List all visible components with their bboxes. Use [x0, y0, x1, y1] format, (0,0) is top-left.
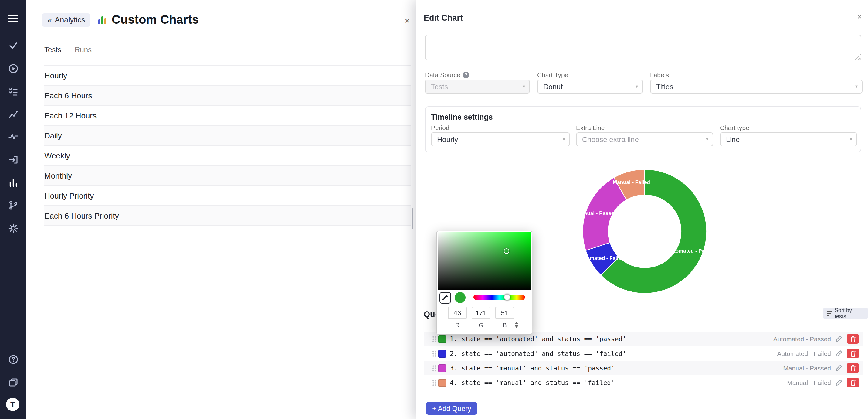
- list-item[interactable]: Each 6 Hours: [44, 86, 411, 106]
- query-color-swatch[interactable]: [438, 335, 446, 343]
- back-chevrons-icon: «: [48, 16, 52, 25]
- list-item-label: Each 6 Hours Priority: [44, 211, 119, 220]
- period-select[interactable]: Hourly ▾: [431, 132, 570, 146]
- donut-chart[interactable]: Automated - PassedAutomated - FailedManu…: [577, 163, 713, 299]
- edit-query-button[interactable]: [835, 378, 843, 387]
- list-item[interactable]: Monthly: [44, 166, 411, 186]
- timeline-chart-type-select[interactable]: Line ▾: [720, 132, 857, 146]
- list-item[interactable]: Each 12 Hours: [44, 106, 411, 126]
- tab-tests[interactable]: Tests: [44, 46, 61, 54]
- edit-query-button[interactable]: [835, 364, 843, 372]
- query-color-swatch[interactable]: [438, 364, 446, 372]
- menu-icon[interactable]: [0, 11, 26, 26]
- drag-handle-icon[interactable]: [432, 365, 436, 371]
- delete-query-button[interactable]: [847, 334, 859, 344]
- page-title: Custom Charts: [112, 13, 199, 27]
- donut-label: Manual - Failed: [613, 179, 650, 185]
- drag-handle-icon[interactable]: [432, 350, 436, 357]
- query-color-swatch[interactable]: [438, 350, 446, 357]
- picker-swatch[interactable]: [455, 292, 466, 303]
- donut-label: Manual - Passed: [577, 210, 617, 216]
- help-icon[interactable]: ?: [463, 71, 469, 78]
- green-label: G: [472, 322, 491, 329]
- data-source-value: Tests: [431, 82, 448, 91]
- delete-query-button[interactable]: [847, 378, 859, 387]
- data-source-label: Data Source ?: [425, 71, 469, 78]
- query-rows: 1. state == 'automated' and status == 'p…: [424, 332, 863, 390]
- edit-query-button[interactable]: [835, 335, 843, 343]
- app-sidebar: T: [0, 0, 26, 419]
- bar-chart-icon[interactable]: [0, 176, 26, 190]
- main-panel: « Analytics Custom Charts × Tests Runs H…: [26, 0, 416, 419]
- query-text: 2. state == 'automated' and status == 'f…: [450, 350, 626, 357]
- chart-type-select[interactable]: Donut ▾: [537, 80, 643, 93]
- list-item[interactable]: Daily: [44, 126, 411, 146]
- gear-icon[interactable]: [0, 221, 26, 236]
- add-query-button[interactable]: + Add Query: [426, 402, 477, 415]
- import-icon[interactable]: [0, 152, 26, 167]
- delete-query-button[interactable]: [847, 363, 859, 373]
- chart-emoji-icon: [98, 15, 107, 24]
- activity-icon[interactable]: [0, 129, 26, 144]
- test-list-icon[interactable]: [0, 84, 26, 99]
- chart-description-input[interactable]: [425, 35, 861, 60]
- pencil-icon: [835, 350, 842, 357]
- analytics-back-button[interactable]: « Analytics: [42, 13, 91, 27]
- saturation-value-area[interactable]: [438, 232, 531, 290]
- green-input[interactable]: [472, 307, 491, 319]
- branch-icon[interactable]: [0, 198, 26, 213]
- play-circle-icon[interactable]: [0, 61, 26, 76]
- pencil-icon: [835, 335, 842, 342]
- query-result-label: Manual - Failed: [787, 379, 831, 386]
- list-item-label: Hourly Priority: [44, 191, 94, 200]
- blue-input[interactable]: [495, 307, 514, 319]
- textarea-resize-handle[interactable]: [855, 54, 861, 60]
- check-icon[interactable]: [0, 38, 26, 53]
- query-text: 4. state == 'manual' and status == 'fail…: [450, 379, 615, 386]
- saved-charts-list: HourlyEach 6 HoursEach 12 HoursDailyWeek…: [44, 65, 411, 226]
- hue-slider-handle[interactable]: [504, 294, 510, 301]
- trash-icon: [850, 335, 856, 342]
- drag-handle-icon[interactable]: [432, 379, 436, 386]
- list-item-label: Hourly: [44, 71, 67, 80]
- eyedropper-button[interactable]: [439, 292, 451, 304]
- edit-query-button[interactable]: [835, 349, 843, 358]
- red-input[interactable]: [448, 307, 467, 319]
- main-close-button[interactable]: ×: [401, 14, 413, 27]
- period-label: Period: [431, 124, 450, 131]
- donut-label: Automated - Failed: [578, 256, 624, 261]
- list-item-label: Each 12 Hours: [44, 111, 96, 120]
- blue-label: B: [495, 322, 514, 329]
- sort-button-label: Sort by tests: [835, 307, 864, 320]
- chevron-down-icon: ▾: [850, 137, 852, 142]
- drag-handle-icon[interactable]: [432, 335, 436, 342]
- app: T « Analytics Custom Charts × Tests Runs…: [0, 0, 868, 419]
- sort-by-tests-button[interactable]: Sort by tests: [823, 308, 868, 319]
- query-color-swatch[interactable]: [438, 379, 446, 387]
- drawer-close-button[interactable]: ×: [854, 11, 865, 22]
- list-item[interactable]: Hourly Priority: [44, 186, 411, 206]
- list-item[interactable]: Each 6 Hours Priority: [44, 206, 411, 226]
- list-item[interactable]: Hourly: [44, 66, 411, 86]
- tab-runs[interactable]: Runs: [75, 46, 92, 54]
- color-picker-popup: R G B: [436, 231, 532, 335]
- chevron-down-icon: ▾: [706, 137, 708, 142]
- labels-select[interactable]: Titles ▾: [650, 80, 863, 93]
- app-logo[interactable]: T: [6, 398, 20, 411]
- analytics-icon[interactable]: [0, 107, 26, 121]
- hue-slider[interactable]: [473, 295, 525, 300]
- projects-icon[interactable]: [0, 375, 26, 390]
- donut-label: Automated - Passed: [667, 248, 713, 254]
- query-row: 4. state == 'manual' and status == 'fail…: [424, 375, 863, 390]
- logo-letter: T: [10, 400, 15, 409]
- query-text: 3. state == 'manual' and status == 'pass…: [450, 364, 615, 371]
- delete-query-button[interactable]: [847, 349, 859, 358]
- help-icon[interactable]: [0, 352, 26, 367]
- data-source-select[interactable]: Tests ▾: [425, 80, 530, 93]
- drawer-title: Edit Chart: [424, 13, 463, 23]
- list-item[interactable]: Weekly: [44, 146, 411, 166]
- extra-line-select[interactable]: Choose extra line ▾: [576, 132, 713, 146]
- scrollbar-thumb[interactable]: [411, 208, 413, 229]
- chevron-down-icon: ▾: [563, 137, 565, 142]
- color-mode-toggle[interactable]: [515, 322, 518, 328]
